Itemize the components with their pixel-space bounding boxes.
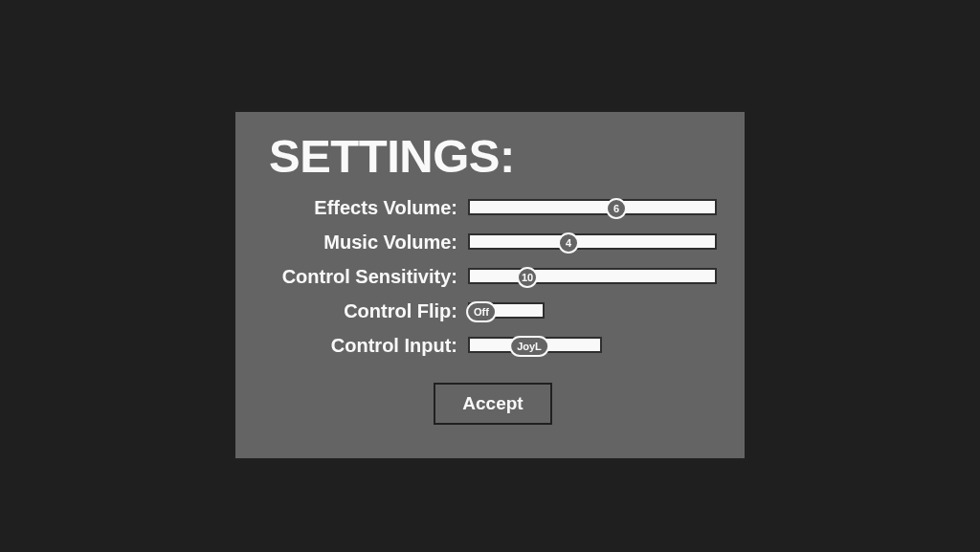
selector-knob-input[interactable]: JoyL	[509, 336, 549, 357]
label-control-flip: Control Flip:	[344, 300, 457, 322]
page-title: SETTINGS:	[269, 129, 515, 183]
label-control-sensitivity: Control Sensitivity:	[282, 266, 457, 288]
label-effects-volume: Effects Volume:	[314, 197, 457, 219]
toggle-control-flip[interactable]: Off	[468, 302, 545, 319]
label-control-input: Control Input:	[331, 335, 457, 357]
row-control-input: Control Input: JoyL	[235, 335, 745, 360]
accept-button[interactable]: Accept	[434, 383, 552, 425]
settings-panel: SETTINGS: Effects Volume: 6 Music Volume…	[233, 109, 747, 461]
row-control-flip: Control Flip: Off	[235, 300, 745, 325]
label-music-volume: Music Volume:	[323, 232, 457, 254]
slider-control-sensitivity[interactable]: 10	[468, 268, 717, 284]
row-music-volume: Music Volume: 4	[235, 232, 745, 256]
row-effects-volume: Effects Volume: 6	[235, 197, 745, 222]
selector-control-input[interactable]: JoyL	[468, 337, 602, 353]
slider-knob-sensitivity[interactable]: 10	[517, 267, 538, 288]
slider-effects-volume[interactable]: 6	[468, 199, 717, 215]
slider-knob-music[interactable]: 4	[558, 232, 579, 254]
row-control-sensitivity: Control Sensitivity: 10	[235, 266, 745, 291]
slider-music-volume[interactable]: 4	[468, 233, 717, 250]
toggle-knob-flip[interactable]: Off	[466, 301, 497, 322]
slider-knob-effects[interactable]: 6	[606, 198, 627, 219]
